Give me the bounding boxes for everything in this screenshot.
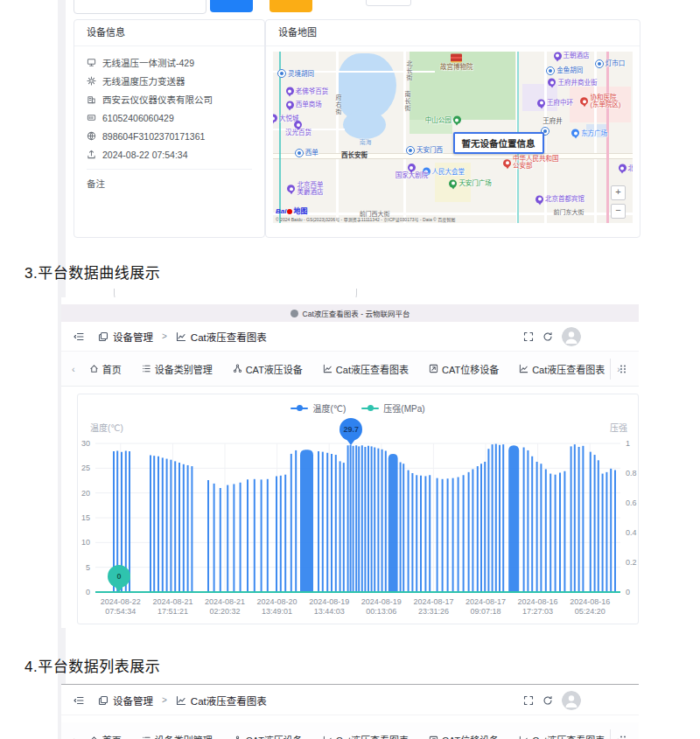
- tabs-more-icon[interactable]: [610, 359, 628, 380]
- tabs-scroll-left-icon[interactable]: ‹: [72, 735, 75, 739]
- legend-item[interactable]: 温度(℃): [290, 401, 346, 415]
- device-info-value: 2024-08-22 07:54:34: [102, 150, 188, 160]
- svg-text:07:54:34: 07:54:34: [105, 607, 136, 616]
- toolbar-right-icons: [523, 686, 581, 715]
- remark-label: 备注: [74, 170, 264, 190]
- tabs-more-icon[interactable]: [610, 729, 628, 739]
- map-metro-line: [606, 52, 609, 223]
- tabs-scroll-left-icon[interactable]: ‹: [72, 364, 75, 374]
- map-poi-label: 北京首都宾馆: [545, 196, 584, 203]
- displacement-icon: [429, 736, 438, 739]
- sim-icon: [87, 131, 96, 141]
- breadcrumb-current[interactable]: Cat液压查看图表: [191, 694, 267, 708]
- refresh-icon[interactable]: [542, 331, 553, 342]
- pages-icon: [98, 331, 108, 342]
- map-road-label: 南海: [360, 137, 372, 146]
- map-poi: 东方广场: [571, 129, 607, 137]
- tab-label: 设备类别管理: [155, 362, 213, 376]
- collapse-menu-icon[interactable]: [74, 331, 84, 342]
- map-poi: 灵境胡同: [277, 69, 314, 78]
- avatar[interactable]: [562, 691, 581, 710]
- map-poi-label: 王府井商业街: [557, 79, 597, 86]
- tab-设备类别管理[interactable]: 设备类别管理: [142, 733, 213, 739]
- legend-item[interactable]: 压强(MPa): [361, 401, 424, 415]
- tab-Cat液压查看图表[interactable]: Cat液压查看图表: [519, 362, 605, 376]
- map-poi-label: 东方广场: [581, 129, 607, 136]
- top-warning-button[interactable]: [270, 0, 312, 12]
- list-icon: [142, 736, 151, 739]
- nodes-icon: [233, 736, 242, 739]
- svg-text:2024-08-22: 2024-08-22: [101, 597, 141, 606]
- map-poi: 协和医院(东单院区): [580, 94, 620, 108]
- chart-marker-value: 29.7: [343, 425, 359, 434]
- map-poi-label: 天安门广场: [458, 180, 492, 187]
- map-road-label: 府右街: [333, 94, 342, 115]
- map-water-zhongnanhai: [338, 53, 396, 120]
- tab-CAT位移设备[interactable]: CAT位移设备: [429, 733, 499, 739]
- map-pin-icon: [286, 87, 294, 95]
- platform-screenshot-curve: Cat液压查看图表 - 云物联网平台 设备管理 > Cat液压查看图表 ‹ 首页…: [61, 297, 639, 628]
- map-poi-label: 王府中环: [547, 100, 573, 107]
- tab-CAT液压设备[interactable]: CAT液压设备: [233, 362, 303, 376]
- pages-icon: [98, 695, 108, 706]
- map-pin-icon: [286, 101, 294, 108]
- fullscreen-icon[interactable]: [523, 695, 534, 706]
- map-poi-label: 协和医院(东单院区): [590, 94, 620, 108]
- breadcrumb-root[interactable]: 设备管理: [113, 330, 153, 344]
- map-poi: 北京饭店: [619, 164, 633, 172]
- svg-text:2024-08-16: 2024-08-16: [570, 597, 610, 606]
- avatar[interactable]: [562, 327, 581, 346]
- tab-CAT液压设备[interactable]: CAT液压设备: [233, 733, 303, 739]
- svg-text:2024-08-19: 2024-08-19: [309, 597, 349, 606]
- map-poi: 人民大会堂: [423, 168, 466, 176]
- tabs: 首页设备类别管理CAT液压设备Cat液压查看图表CAT位移设备Cat液压查看图表: [89, 733, 606, 739]
- map-poi-label: 汉光百货: [285, 129, 312, 136]
- map-road: [273, 71, 435, 73]
- map-park-zhongshan: [410, 120, 452, 134]
- top-primary-button[interactable]: [210, 0, 253, 12]
- map-poi: 中山公园: [425, 116, 461, 124]
- legend-marker-icon: [361, 408, 379, 409]
- browser-title: Cat液压查看图表 - 云物联网平台: [303, 308, 410, 318]
- device-info-row: 无线温压一体测试-429: [87, 53, 264, 72]
- map-pin-icon: [453, 116, 461, 124]
- map-park-forbidden-city: [410, 52, 515, 120]
- map-zoom-in-button[interactable]: +: [611, 185, 626, 200]
- tab-Cat液压查看图表[interactable]: Cat液压查看图表: [323, 733, 409, 739]
- tab-label: Cat液压查看图表: [336, 362, 409, 376]
- top-box[interactable]: [366, 0, 411, 6]
- map-poi-label: 故宫博物院: [440, 63, 473, 70]
- device-map-title: 设备地图: [266, 20, 640, 46]
- breadcrumb-root[interactable]: 设备管理: [113, 694, 153, 708]
- map-zoom-out-button[interactable]: −: [611, 204, 626, 219]
- tab-Cat液压查看图表[interactable]: Cat液压查看图表: [519, 733, 605, 739]
- map-road: [336, 52, 339, 223]
- map-metro-line: [279, 52, 281, 223]
- top-input[interactable]: [74, 0, 206, 14]
- platform-toolbar: 设备管理 > Cat液压查看图表: [61, 686, 639, 715]
- tab-Cat液压查看图表[interactable]: Cat液压查看图表: [323, 362, 409, 376]
- baidu-logo: Bai地图: [276, 208, 307, 215]
- tab-首页[interactable]: 首页: [89, 733, 122, 739]
- tab-label: 首页: [102, 362, 122, 376]
- map-poi: 王府井: [542, 118, 563, 125]
- svg-text:5: 5: [86, 563, 90, 572]
- breadcrumb-current[interactable]: Cat液压查看图表: [191, 330, 267, 344]
- displacement-icon: [429, 364, 438, 373]
- refresh-icon[interactable]: [542, 695, 553, 706]
- fullscreen-icon[interactable]: [523, 331, 534, 342]
- home-icon: [89, 364, 99, 373]
- map-poi-label: 中山公园: [425, 116, 452, 123]
- baidu-map[interactable]: 灵境胡同老佛爷百货西单商场大悦城汉光百货故宫博物院中山公园金鱼胡同王朝酒店灯市口…: [273, 52, 633, 223]
- line-chart[interactable]: 05101520253000.20.40.60.812024-08-2207:5…: [78, 435, 638, 624]
- tab-label: 设备类别管理: [155, 733, 213, 739]
- tab-设备类别管理[interactable]: 设备类别管理: [142, 362, 213, 376]
- collapse-menu-icon[interactable]: [74, 695, 84, 706]
- map-poi-label: 国家大剧院: [396, 172, 429, 179]
- metro-station-icon: [295, 149, 304, 157]
- tab-CAT位移设备[interactable]: CAT位移设备: [429, 362, 499, 376]
- device-map-panel: 设备地图 灵境胡同老佛爷百货西单商场大悦城汉光百货故宫博物院中山公园金鱼胡同王朝…: [265, 19, 640, 238]
- platform-toolbar: 设备管理 > Cat液压查看图表: [61, 322, 639, 352]
- breadcrumb: 设备管理 > Cat液压查看图表: [98, 694, 267, 708]
- tab-首页[interactable]: 首页: [89, 362, 122, 376]
